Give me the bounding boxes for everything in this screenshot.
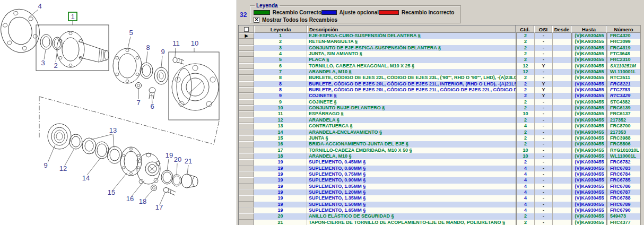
cell-descripcion: CONJUNTO BUJE-DELANTERO §	[307, 105, 516, 111]
cell-osi: Y	[534, 87, 552, 93]
table-row[interactable]: 14ARANDELA-ENCLAVAMIENTO §2-(V)KA9304552…	[239, 129, 641, 135]
diagram-callout-1[interactable]: 1	[71, 13, 74, 21]
table-row[interactable]: 19SUPLEMENTO, 0.75MM §4-(V)KA930455FRC67…	[239, 171, 641, 177]
diagram-callout-6[interactable]: 6	[150, 102, 154, 110]
cell-leyenda: 20	[254, 213, 307, 219]
select-all-header-cell[interactable]	[239, 25, 254, 33]
legend-item: Recambio Correcto	[254, 10, 321, 15]
table-row[interactable]: 11ESPÁRRAGO §10-(V)KA930455FRC6137	[239, 111, 641, 117]
table-row[interactable]: 20ANILLO ELÁSTICO DE SEGURIDAD §2-(V)KA9…	[239, 213, 641, 219]
table-row[interactable]: 12ARANDELA §2-(V)KA930455217352	[239, 117, 641, 123]
cell-desde	[552, 184, 571, 189]
diagram-callout-2[interactable]: 2	[54, 62, 57, 70]
table-row[interactable]: 4JUNTA, SIN AMIANTO §2-(V)KA930455FTC364…	[239, 51, 641, 57]
cell-leyenda: 10	[254, 105, 307, 111]
cell-ctd: 12	[516, 63, 534, 69]
table-row[interactable]: 7ARANDELA, M10 §12-(V)KA930455WL110001L	[239, 69, 641, 75]
cell-numero: 217352	[606, 117, 641, 123]
row-selector-cell	[239, 93, 254, 99]
diagram-callout-20[interactable]: 20	[174, 155, 181, 163]
table-row[interactable]: 17TORNILLO-CABEZA EMBRIDADA, M10 X 50 §1…	[239, 148, 641, 153]
cell-desde	[552, 51, 571, 57]
diagram-callout-13[interactable]: 13	[109, 126, 117, 134]
table-row[interactable]: 19SUPLEMENTO, 0.60MM §4-(V)KA930455FRC67…	[239, 166, 641, 171]
cell-hasta: (V)KA930455	[571, 57, 606, 63]
row-selector-cell	[239, 51, 254, 57]
table-row[interactable]: 8BURLETE, CÓDIGO DE EJES 20L, CÓDIGO DE …	[239, 87, 641, 93]
row-selector-cell	[239, 166, 254, 171]
diagram-callout-4[interactable]: 4	[38, 2, 41, 10]
table-row[interactable]: 19SUPLEMENTO, 1.20MM §4-(V)KA930455FRC67…	[239, 189, 641, 195]
diagram-callout-8[interactable]: 8	[146, 44, 150, 51]
row-selector-cell	[239, 159, 254, 165]
table-row[interactable]: 18ARANDELA, M10 §10-(V)KA930455WL110001L	[239, 153, 641, 159]
column-header-descripcin[interactable]: Descripción	[307, 25, 516, 33]
row-selector-cell	[239, 135, 254, 141]
cell-hasta: (V)KA930455	[571, 135, 606, 141]
column-header-osi[interactable]: OSI	[534, 25, 552, 33]
row-selector-cell	[239, 148, 254, 153]
table-row[interactable]: 8BURLETE, CÓDIGO DE EJES 20L, CÓDIGO DE …	[239, 81, 641, 87]
diagram-callout-14[interactable]: 14	[82, 174, 90, 182]
row-selector-cell	[239, 87, 254, 93]
column-header-ctd[interactable]: Ctd.	[516, 25, 534, 33]
table-row[interactable]: 2RETÉN-MANGUETA §2-(V)KA930455FRC3099	[239, 39, 641, 45]
diagram-callout-15[interactable]: 15	[108, 188, 115, 196]
column-header-nmero[interactable]: Número	[606, 25, 641, 33]
table-row[interactable]: 5PLACA §2-(V)KA930455FRC2310	[239, 57, 641, 63]
diagram-callout-12[interactable]: 12	[59, 165, 67, 172]
table-row[interactable]: 8BURLETE, CÓDIGO DE EJES 22L, CÓDIGO DE …	[239, 75, 641, 81]
locknut-13b-drawing	[107, 146, 122, 163]
diagram-callout-21[interactable]: 21	[185, 157, 192, 165]
table-row[interactable]: 16BRIDA-ACCIONAMIENTO-JUNTA DEL EJE §2-(…	[239, 141, 641, 147]
table-row[interactable]: 6TORNILLO, CABEZA HEXAGONAL, M10 X 25 §1…	[239, 63, 641, 69]
table-row[interactable]: 19SUPLEMENTO, 1.65MM §4-(V)KA930455FRC67…	[239, 207, 641, 213]
gasket-5-drawing	[113, 48, 142, 83]
diagram-callout-10[interactable]: 10	[191, 39, 198, 47]
table-row[interactable]: 10CONJUNTO BUJE-DELANTERO §2-(V)KA930455…	[239, 105, 641, 111]
row-selector-cell	[239, 184, 254, 189]
diagram-callout-16[interactable]: 16	[126, 195, 134, 203]
table-row[interactable]: 3CONJUNTO DE EJE-ESPIGA-SUSPENSIÓN DELAN…	[239, 45, 641, 51]
cell-numero: FRC4319	[606, 45, 641, 51]
table-row[interactable]: 19SUPLEMENTO, 0.45MM §2-(V)KA930455FRC67…	[239, 159, 641, 165]
diagram-callout-18[interactable]: 18	[139, 197, 146, 205]
table-row[interactable]: 9COJINETE §2-(V)KA930455STC4382	[239, 99, 641, 105]
cell-osi: -	[534, 189, 552, 195]
column-header-hasta[interactable]: Hasta	[571, 25, 606, 33]
table-row[interactable]: ▶1EJE-ESPIGA-CUBO-SUSPENSIÓN DELANTERA §…	[239, 33, 641, 39]
diagram-callout-9[interactable]: 9	[43, 161, 47, 169]
show-all-parts-checkbox[interactable]: ✕	[254, 17, 259, 23]
diagram-callout-3[interactable]: 3	[41, 59, 45, 67]
cell-osi: -	[534, 105, 552, 111]
legend-box: Leyenda Recambio CorrectoAjuste opcional…	[250, 3, 461, 23]
column-header-desde[interactable]: Desde	[552, 25, 571, 33]
cell-desde	[552, 135, 571, 141]
cell-descripcion: CONTRATUERCA §	[307, 123, 516, 129]
table-row[interactable]: 13CONTRATUERCA §4-(V)KA930455FRC8700	[239, 123, 641, 129]
diagram-callout-19[interactable]: 19	[166, 151, 173, 159]
cell-numero: FRC5806	[606, 141, 641, 147]
table-row[interactable]: 19SUPLEMENTO, 1.50MM §4-(V)KA930455FRC67…	[239, 202, 641, 207]
cell-osi: -	[534, 117, 552, 123]
table-row[interactable]: 21TAPÓN-CIERRE DE TORNILLO DE ACOPLAMIEN…	[239, 220, 641, 225]
table-row[interactable]: 19SUPLEMENTO, 1.05MM §4-(V)KA930455FRC67…	[239, 184, 641, 189]
cell-osi: -	[534, 213, 552, 219]
cell-descripcion: ANILLO ELÁSTICO DE SEGURIDAD §	[307, 213, 516, 219]
diagram-callout-5[interactable]: 5	[129, 29, 133, 37]
table-row[interactable]: 19SUPLEMENTO, 1.35MM §4-(V)KA930455FRC67…	[239, 195, 641, 201]
cell-numero: 217353	[606, 129, 641, 135]
diagram-callout-17[interactable]: 17	[155, 203, 163, 211]
cell-ctd: 2	[516, 93, 534, 99]
bolt-6-drawing	[149, 88, 155, 99]
column-header-leyenda[interactable]: Leyenda	[254, 25, 307, 33]
cell-desde	[552, 39, 571, 45]
cell-desde	[552, 93, 571, 99]
cell-ctd: 2	[516, 99, 534, 105]
diagram-callout-11[interactable]: 11	[172, 39, 180, 47]
table-row[interactable]: 19SUPLEMENTO, 0.90MM §4-(V)KA930455FRC67…	[239, 177, 641, 183]
table-row[interactable]: 9COJINETE §2Y(V)KA930455RTC3429	[239, 93, 641, 99]
table-row[interactable]: 15JUNTA §2-(V)KA930455FRC3988	[239, 135, 641, 141]
diagram-callout-9[interactable]: 9	[161, 48, 164, 56]
diagram-callout-7[interactable]: 7	[136, 99, 140, 107]
